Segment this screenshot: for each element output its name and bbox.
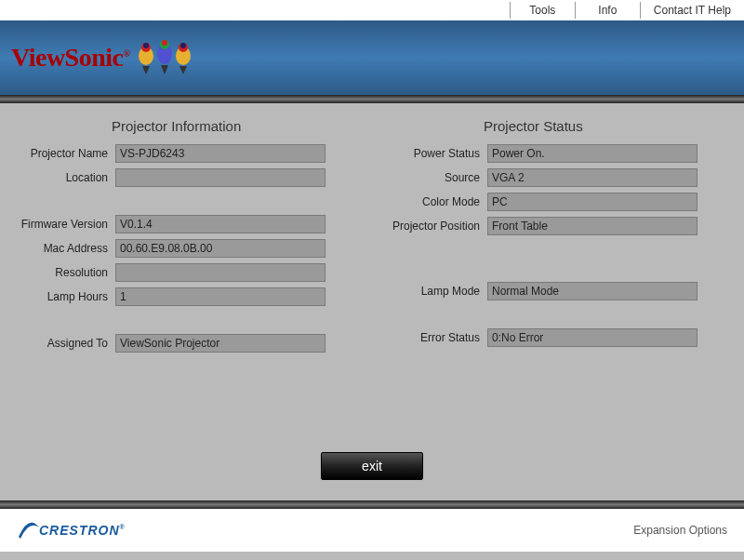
footer: CRESTRON® Expansion Options [0, 509, 744, 552]
firmware-label: Firmware Version [13, 218, 115, 231]
lamp-mode-value: Normal Mode [487, 282, 698, 300]
mac-value: 00.60.E9.08.0B.00 [115, 239, 326, 258]
projector-name-label: Projector Name [13, 147, 115, 160]
header-banner: ViewSonic® [0, 20, 744, 95]
lamp-mode-label: Lamp Mode [385, 285, 487, 298]
power-status-label: Power Status [385, 147, 487, 160]
tab-contact[interactable]: Contact IT Help [640, 2, 744, 19]
status-section-title: Projector Status [484, 118, 731, 134]
resolution-value [115, 263, 326, 282]
top-nav: Tools Info Contact IT Help [0, 0, 744, 20]
error-status-label: Error Status [385, 331, 487, 344]
svg-point-2 [143, 43, 149, 48]
source-value: VGA 2 [487, 168, 698, 187]
tab-info[interactable]: Info [575, 2, 640, 19]
projector-position-label: Projector Position [385, 220, 487, 233]
color-mode-label: Color Mode [385, 195, 487, 208]
location-label: Location [13, 171, 115, 184]
assigned-value: ViewSonic Projector [115, 334, 326, 353]
crestron-logo: CRESTRON® [17, 518, 126, 542]
power-status-value: Power On. [487, 144, 698, 163]
footer-separator [0, 500, 744, 509]
svg-point-8 [180, 43, 186, 48]
color-mode-value: PC [487, 193, 698, 211]
lamp-hours-label: Lamp Hours [13, 290, 115, 303]
lamp-hours-value: 1 [115, 287, 326, 306]
exit-button[interactable]: exit [321, 452, 423, 480]
location-value [115, 168, 326, 187]
firmware-value: V0.1.4 [115, 215, 326, 233]
assigned-label: Assigned To [13, 337, 115, 350]
brand-logo: ViewSonic® [11, 43, 129, 73]
source-label: Source [385, 171, 487, 184]
separator [0, 95, 744, 103]
resolution-label: Resolution [13, 266, 115, 279]
tab-tools[interactable]: Tools [510, 2, 575, 19]
crestron-swoosh-icon [17, 518, 41, 542]
error-status-value: 0:No Error [487, 328, 698, 347]
main-content: Projector Information Projector NameVS-P… [0, 103, 744, 500]
info-section-title: Projector Information [112, 118, 359, 134]
projector-info-column: Projector Information Projector NameVS-P… [0, 118, 372, 500]
expansion-options-link[interactable]: Expansion Options [633, 524, 727, 537]
svg-point-5 [162, 40, 167, 46]
projector-position-value: Front Table [487, 217, 698, 235]
brand-birds-icon [133, 37, 200, 78]
projector-name-value: VS-PJD6243 [115, 144, 326, 163]
mac-label: Mac Address [13, 242, 115, 255]
projector-status-column: Projector Status Power StatusPower On. S… [372, 118, 744, 500]
